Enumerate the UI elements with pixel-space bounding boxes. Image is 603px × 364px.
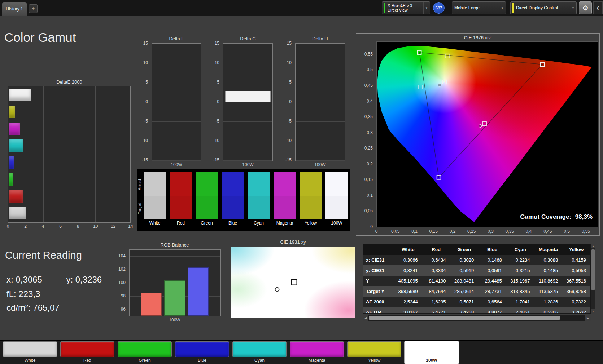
gridline <box>152 83 201 83</box>
table-cell: 84,7644 <box>422 286 450 297</box>
add-tab-button[interactable]: + <box>29 4 38 13</box>
axis-tick-label: 0,3 <box>488 229 494 234</box>
swatch-label: Cyan <box>248 219 270 227</box>
reading-fl: fL: 223,3 <box>6 289 40 299</box>
patch-button-red[interactable]: Red <box>60 341 114 364</box>
swatch-label: Yellow <box>300 219 322 227</box>
target-row-label: Target <box>137 197 143 221</box>
gridline <box>152 44 201 44</box>
pattern-source-dropdown[interactable]: Mobile Forge ▾ <box>452 1 506 14</box>
gridline <box>296 121 345 122</box>
scroll-left-button[interactable]: ◀ <box>363 315 368 321</box>
axis-tick-label: 12 <box>111 224 115 229</box>
patch-button-blue[interactable]: Blue <box>175 341 229 364</box>
patch-color <box>118 341 172 357</box>
axis-tick-label: 0,55 <box>364 52 373 57</box>
delta-h-plot <box>295 43 345 161</box>
display-control-dropdown[interactable]: Direct Display Control ▾ <box>510 1 577 14</box>
swatch-columns: WhiteRedGreenBlueCyanMagentaYellow100W <box>144 172 348 227</box>
gridline <box>78 86 78 222</box>
measurement-table: WhiteRedGreenBlueCyanMagentaYellow x: CI… <box>363 244 591 314</box>
axis-tick-label: 102 <box>118 267 126 272</box>
history-tab[interactable]: History 1 <box>2 2 27 16</box>
swatch-target <box>325 196 348 219</box>
rgb-bar-green <box>164 280 185 316</box>
v-scroll-thumb[interactable] <box>591 249 595 290</box>
swatch-red: Red <box>170 172 192 227</box>
table-cell: 0,5306 <box>534 307 563 314</box>
reading-y-value: 0,3236 <box>75 275 102 284</box>
patch-label: Red <box>60 358 114 363</box>
gridline <box>43 86 44 222</box>
reading-cd-label: cd/m²: <box>6 303 31 312</box>
swatch-target <box>222 196 244 219</box>
patch-button-white[interactable]: White <box>3 341 57 364</box>
patch-color <box>405 341 459 357</box>
patch-label: White <box>3 358 57 363</box>
collapse-panel-button[interactable]: ❮ <box>593 1 603 14</box>
meter-dropdown[interactable]: X-Rite i1Pro 3 Direct View ▾ <box>382 1 430 14</box>
swatch-actual <box>248 172 270 196</box>
axis-tick-label: 0,45 <box>364 83 373 88</box>
axis-tick-label: 0,25 <box>467 229 476 234</box>
patch-button-green[interactable]: Green <box>118 341 172 364</box>
patch-button-100w[interactable]: 100W <box>405 341 459 364</box>
delta-h-title: Delta H <box>295 36 345 41</box>
swatch-blue: Blue <box>222 172 244 227</box>
scroll-up-button[interactable]: ▲ <box>591 244 595 248</box>
swatch-target <box>170 196 192 219</box>
scroll-down-button[interactable]: ▼ <box>591 309 595 314</box>
rgb-balance-y-axis: 1041021009896 <box>114 249 128 316</box>
table-cell: 0,5071 <box>450 297 478 307</box>
delta-l-chart: Delta L151050-5-10-15100W <box>139 36 201 169</box>
patch-button-cyan[interactable]: Cyan <box>232 341 287 364</box>
patch-color <box>3 341 57 357</box>
patch-button-magenta[interactable]: Magenta <box>290 341 344 364</box>
axis-tick-label: -10 <box>142 138 148 143</box>
rgb-balance-plot <box>129 249 221 316</box>
gamut-square-marker <box>442 80 446 84</box>
table-cell: 0,3066 <box>394 255 422 265</box>
table-header-cell: Cyan <box>506 244 534 255</box>
swatch-label: Blue <box>222 219 244 227</box>
table-cell: 113,5375 <box>534 286 563 297</box>
display-control-label: Direct Display Control <box>514 6 570 10</box>
scroll-right-button[interactable]: ▶ <box>585 315 591 321</box>
axis-tick-label: 0,2 <box>367 161 373 167</box>
table-cell: 3,2632 <box>562 307 590 314</box>
table-v-scrollbar[interactable]: ▲ ▼ <box>591 244 595 314</box>
swatch-actual <box>196 172 218 196</box>
swatch-target <box>196 196 218 219</box>
gridline <box>223 102 272 102</box>
swatch-label: Red <box>170 219 192 227</box>
axis-tick-label: -15 <box>285 157 292 163</box>
gamut-circle-marker <box>438 84 441 86</box>
gamut-triangle <box>419 53 542 178</box>
axis-tick-label: 5 <box>289 80 292 85</box>
table-h-scrollbar[interactable]: ◀ ▶ <box>363 315 591 321</box>
meter-name: X-Rite i1Pro 3 <box>388 3 422 8</box>
axis-tick-label: 0,35 <box>364 114 373 119</box>
h-scroll-thumb[interactable] <box>369 316 560 320</box>
patch-button-yellow[interactable]: Yellow <box>347 341 401 364</box>
reading-y-label: y: <box>66 275 73 284</box>
table-cell: 29,4485 <box>478 276 506 286</box>
axis-tick-label: 0,5 <box>564 229 570 234</box>
rgb-balance-x-label: 100W <box>129 318 220 323</box>
settings-button[interactable]: ⚙ <box>579 1 592 14</box>
swatch-actual <box>325 172 348 196</box>
h-scroll-track[interactable] <box>368 315 585 321</box>
chevron-left-icon: ❮ <box>596 5 600 10</box>
table-cell: 0,4159 <box>562 255 590 265</box>
gridline <box>223 141 272 141</box>
cie1931-circle-marker <box>275 287 279 292</box>
delta-l-y-axis: 151050-5-10-15 <box>139 43 150 160</box>
swatch-actual <box>274 172 296 196</box>
axis-tick-label: 10 <box>287 60 292 65</box>
table-cell: 369,8258 <box>562 286 590 297</box>
table-cell: 1,6295 <box>422 297 450 307</box>
gamut-square-marker <box>482 122 486 126</box>
table-cell: 0,1485 <box>534 265 563 276</box>
gridline <box>152 102 201 102</box>
table-header-cell: Red <box>422 244 450 255</box>
